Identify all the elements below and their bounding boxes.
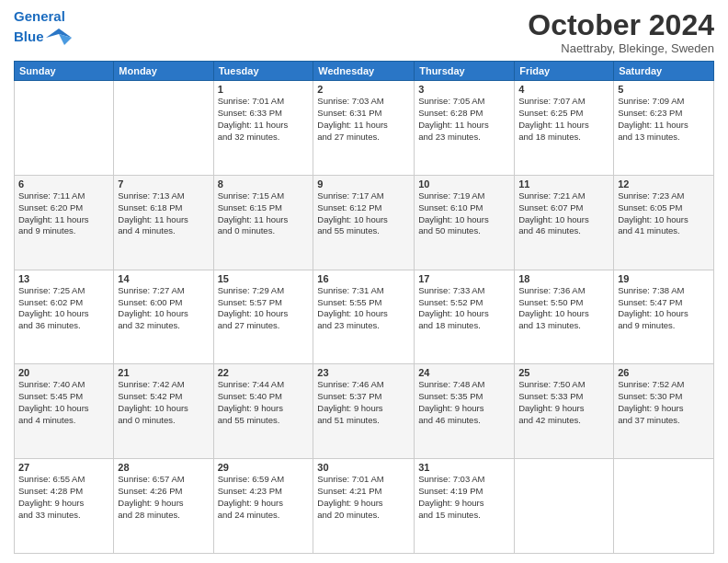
- cell-content: Sunrise: 7:11 AM Sunset: 6:20 PM Dayligh…: [18, 190, 109, 237]
- day-number: 9: [317, 178, 410, 190]
- cell-content: Sunrise: 7:44 AM Sunset: 5:40 PM Dayligh…: [218, 379, 310, 426]
- cell-content: Sunrise: 7:40 AM Sunset: 5:45 PM Dayligh…: [18, 379, 109, 426]
- day-number: 7: [118, 178, 209, 190]
- cell-content: Sunrise: 7:27 AM Sunset: 6:00 PM Dayligh…: [118, 285, 209, 332]
- col-header-thursday: Thursday: [415, 62, 515, 81]
- cell-content: Sunrise: 6:55 AM Sunset: 4:28 PM Dayligh…: [18, 474, 109, 521]
- week-row-5: 27Sunrise: 6:55 AM Sunset: 4:28 PM Dayli…: [15, 459, 714, 554]
- day-number: 15: [218, 273, 310, 284]
- cell-content: Sunrise: 7:36 AM Sunset: 5:50 PM Dayligh…: [518, 285, 609, 332]
- col-header-saturday: Saturday: [614, 62, 714, 81]
- day-cell-25: 25Sunrise: 7:50 AM Sunset: 5:33 PM Dayli…: [515, 364, 614, 459]
- day-number: 19: [618, 273, 710, 284]
- day-cell-20: 20Sunrise: 7:40 AM Sunset: 5:45 PM Dayli…: [15, 364, 114, 459]
- cell-content: Sunrise: 7:23 AM Sunset: 6:05 PM Dayligh…: [618, 190, 710, 237]
- day-cell-24: 24Sunrise: 7:48 AM Sunset: 5:35 PM Dayli…: [415, 364, 515, 459]
- day-number: 11: [518, 178, 609, 190]
- empty-cell: [15, 81, 114, 176]
- calendar-table: SundayMondayTuesdayWednesdayThursdayFrid…: [14, 61, 714, 554]
- week-row-3: 13Sunrise: 7:25 AM Sunset: 6:02 PM Dayli…: [15, 270, 714, 364]
- day-number: 25: [518, 367, 609, 378]
- day-cell-1: 1Sunrise: 7:01 AM Sunset: 6:33 PM Daylig…: [213, 81, 313, 176]
- day-number: 6: [18, 178, 109, 190]
- day-number: 26: [618, 367, 710, 378]
- day-cell-6: 6Sunrise: 7:11 AM Sunset: 6:20 PM Daylig…: [15, 175, 114, 270]
- cell-content: Sunrise: 7:25 AM Sunset: 6:02 PM Dayligh…: [18, 285, 109, 332]
- day-cell-18: 18Sunrise: 7:36 AM Sunset: 5:50 PM Dayli…: [515, 270, 614, 364]
- day-cell-14: 14Sunrise: 7:27 AM Sunset: 6:00 PM Dayli…: [114, 270, 213, 364]
- logo-bird-icon: [46, 25, 72, 51]
- day-number: 23: [317, 367, 410, 378]
- day-cell-23: 23Sunrise: 7:46 AM Sunset: 5:37 PM Dayli…: [313, 364, 415, 459]
- cell-content: Sunrise: 7:21 AM Sunset: 6:07 PM Dayligh…: [518, 190, 609, 237]
- day-number: 17: [418, 273, 510, 284]
- day-cell-28: 28Sunrise: 6:57 AM Sunset: 4:26 PM Dayli…: [114, 459, 213, 554]
- col-header-friday: Friday: [515, 62, 614, 81]
- day-cell-3: 3Sunrise: 7:05 AM Sunset: 6:28 PM Daylig…: [415, 81, 515, 176]
- day-number: 10: [418, 178, 510, 190]
- day-cell-30: 30Sunrise: 7:01 AM Sunset: 4:21 PM Dayli…: [313, 459, 415, 554]
- day-cell-27: 27Sunrise: 6:55 AM Sunset: 4:28 PM Dayli…: [15, 459, 114, 554]
- day-number: 30: [317, 462, 410, 473]
- days-header-row: SundayMondayTuesdayWednesdayThursdayFrid…: [15, 62, 714, 81]
- week-row-1: 1Sunrise: 7:01 AM Sunset: 6:33 PM Daylig…: [15, 81, 714, 176]
- cell-content: Sunrise: 7:46 AM Sunset: 5:37 PM Dayligh…: [317, 379, 410, 426]
- col-header-wednesday: Wednesday: [313, 62, 415, 81]
- day-number: 4: [518, 84, 609, 95]
- day-cell-16: 16Sunrise: 7:31 AM Sunset: 5:55 PM Dayli…: [313, 270, 415, 364]
- day-number: 12: [618, 178, 710, 190]
- day-number: 14: [118, 273, 209, 284]
- cell-content: Sunrise: 7:07 AM Sunset: 6:25 PM Dayligh…: [518, 96, 609, 143]
- day-number: 1: [218, 84, 310, 95]
- day-number: 5: [618, 84, 710, 95]
- cell-content: Sunrise: 7:01 AM Sunset: 4:21 PM Dayligh…: [317, 474, 410, 521]
- cell-content: Sunrise: 7:09 AM Sunset: 6:23 PM Dayligh…: [618, 96, 710, 143]
- day-cell-12: 12Sunrise: 7:23 AM Sunset: 6:05 PM Dayli…: [614, 175, 714, 270]
- location: Naettraby, Blekinge, Sweden: [528, 41, 714, 55]
- cell-content: Sunrise: 7:17 AM Sunset: 6:12 PM Dayligh…: [317, 190, 410, 237]
- day-cell-11: 11Sunrise: 7:21 AM Sunset: 6:07 PM Dayli…: [515, 175, 614, 270]
- cell-content: Sunrise: 7:01 AM Sunset: 6:33 PM Dayligh…: [218, 96, 310, 143]
- logo-general: General: [14, 8, 65, 24]
- cell-content: Sunrise: 7:38 AM Sunset: 5:47 PM Dayligh…: [618, 285, 710, 332]
- empty-cell: [614, 459, 714, 554]
- day-number: 21: [118, 367, 209, 378]
- title-block: October 2024 Naettraby, Blekinge, Sweden: [528, 9, 714, 55]
- empty-cell: [114, 81, 213, 176]
- logo: General Blue: [14, 9, 72, 51]
- cell-content: Sunrise: 7:31 AM Sunset: 5:55 PM Dayligh…: [317, 285, 410, 332]
- day-cell-22: 22Sunrise: 7:44 AM Sunset: 5:40 PM Dayli…: [213, 364, 313, 459]
- header: General Blue October 2024 Naettraby, Ble…: [14, 9, 714, 55]
- cell-content: Sunrise: 7:13 AM Sunset: 6:18 PM Dayligh…: [118, 190, 209, 237]
- day-cell-9: 9Sunrise: 7:17 AM Sunset: 6:12 PM Daylig…: [313, 175, 415, 270]
- day-cell-19: 19Sunrise: 7:38 AM Sunset: 5:47 PM Dayli…: [614, 270, 714, 364]
- cell-content: Sunrise: 7:52 AM Sunset: 5:30 PM Dayligh…: [618, 379, 710, 426]
- month-title: October 2024: [528, 9, 714, 41]
- day-cell-31: 31Sunrise: 7:03 AM Sunset: 4:19 PM Dayli…: [415, 459, 515, 554]
- col-header-tuesday: Tuesday: [213, 62, 313, 81]
- cell-content: Sunrise: 6:59 AM Sunset: 4:23 PM Dayligh…: [218, 474, 310, 521]
- day-number: 24: [418, 367, 510, 378]
- day-number: 29: [218, 462, 310, 473]
- day-cell-17: 17Sunrise: 7:33 AM Sunset: 5:52 PM Dayli…: [415, 270, 515, 364]
- week-row-2: 6Sunrise: 7:11 AM Sunset: 6:20 PM Daylig…: [15, 175, 714, 270]
- col-header-sunday: Sunday: [15, 62, 114, 81]
- day-cell-2: 2Sunrise: 7:03 AM Sunset: 6:31 PM Daylig…: [313, 81, 415, 176]
- day-cell-13: 13Sunrise: 7:25 AM Sunset: 6:02 PM Dayli…: [15, 270, 114, 364]
- svg-marker-0: [46, 29, 72, 38]
- cell-content: Sunrise: 7:42 AM Sunset: 5:42 PM Dayligh…: [118, 379, 209, 426]
- day-number: 22: [218, 367, 310, 378]
- day-number: 31: [418, 462, 510, 473]
- day-number: 3: [418, 84, 510, 95]
- cell-content: Sunrise: 7:03 AM Sunset: 6:31 PM Dayligh…: [317, 96, 410, 143]
- day-number: 16: [317, 273, 410, 284]
- cell-content: Sunrise: 7:19 AM Sunset: 6:10 PM Dayligh…: [418, 190, 510, 237]
- day-number: 27: [18, 462, 109, 473]
- day-number: 13: [18, 273, 109, 284]
- day-number: 18: [518, 273, 609, 284]
- day-number: 20: [18, 367, 109, 378]
- cell-content: Sunrise: 6:57 AM Sunset: 4:26 PM Dayligh…: [118, 474, 209, 521]
- day-cell-26: 26Sunrise: 7:52 AM Sunset: 5:30 PM Dayli…: [614, 364, 714, 459]
- cell-content: Sunrise: 7:33 AM Sunset: 5:52 PM Dayligh…: [418, 285, 510, 332]
- day-number: 28: [118, 462, 209, 473]
